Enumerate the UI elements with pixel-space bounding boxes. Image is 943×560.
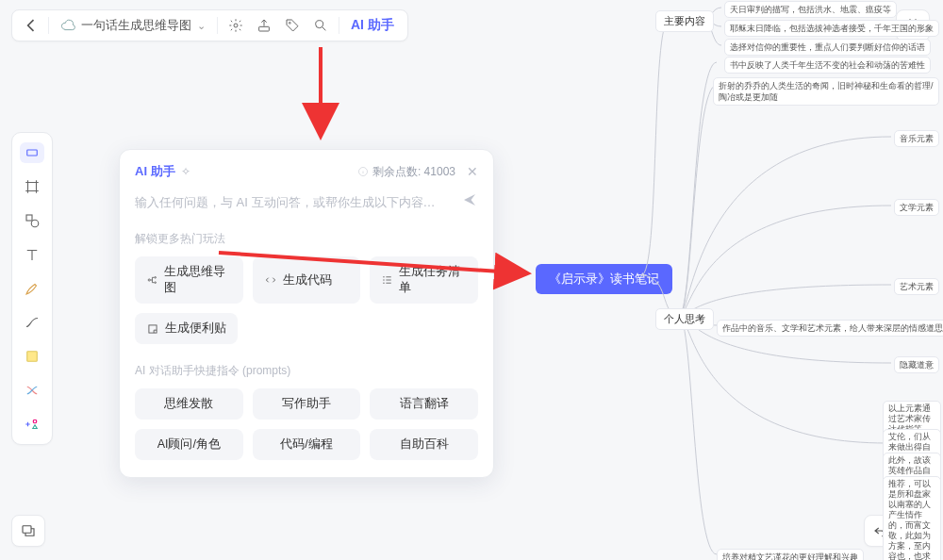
tag-icon	[285, 18, 300, 33]
chip-label: 生成代码	[283, 272, 332, 288]
curve-icon	[24, 314, 41, 331]
export-button[interactable]	[254, 13, 274, 38]
mindmap-node[interactable]: 耶稣末日降临，包括选拔神选者接受，千年王国的形象	[724, 20, 939, 37]
left-toolbar	[11, 132, 53, 445]
credits-counter: 剩余点数: 41003	[357, 164, 455, 180]
sticky-icon	[24, 348, 41, 365]
svg-rect-8	[27, 352, 38, 362]
mindmap-node[interactable]: 文学元素	[894, 199, 939, 216]
pencil-icon	[24, 280, 41, 297]
frame-tool[interactable]	[20, 176, 44, 197]
back-button[interactable]	[22, 13, 41, 38]
prompt-wiki[interactable]: 自助百科	[370, 429, 478, 460]
mindmap-node[interactable]: 推荐，可以是所和盘家以南塞的人产生情作的，而富文敬，此如为方案，至内容也，也求读…	[883, 476, 941, 560]
send-button[interactable]	[461, 191, 478, 212]
chip-label: AI顾问/角色	[157, 436, 221, 453]
top-toolbar: 一句话生成思维导图 ⌄ AI 助手	[11, 9, 408, 41]
cursor-rect-icon	[24, 144, 41, 161]
chevron-down-icon: ⌄	[197, 20, 206, 32]
mindmap-node[interactable]: 选择对信仰的重要性，重点人们要判断好信仰的话语	[724, 39, 931, 56]
code-icon	[264, 273, 277, 287]
doc-title: 一句话生成思维导图	[81, 17, 191, 34]
prompt-writer[interactable]: 写作助手	[253, 388, 361, 420]
doc-title-dropdown[interactable]: 一句话生成思维导图 ⌄	[57, 13, 209, 38]
ai-assistant-panel: AI 助手 ✧ 剩余点数: 41003 ✕ 解锁更多热门玩法 生成思维导图 生成…	[119, 149, 494, 478]
search-button[interactable]	[310, 13, 331, 38]
mindmap-node[interactable]: 艺术元素	[894, 278, 939, 295]
prompt-coder[interactable]: 代码/编程	[253, 429, 361, 460]
prompt-translate[interactable]: 语言翻译	[370, 388, 478, 420]
mindmap-node[interactable]: 个人思考	[655, 308, 714, 330]
connector-tool[interactable]	[20, 312, 44, 333]
svg-point-2	[289, 22, 290, 24]
svg-rect-5	[27, 150, 38, 156]
mindmap-node[interactable]: 天日审判的描写，包括洪水、地震、瘟疫等	[724, 1, 897, 18]
action-generate-mindmap[interactable]: 生成思维导图	[135, 256, 243, 304]
select-tool[interactable]	[20, 142, 44, 163]
mindmap-node[interactable]: 书中反映了人类千年生活不变的社会和动荡的苦难性	[724, 57, 931, 74]
text-icon	[24, 246, 41, 263]
ai-panel-title: AI 助手	[135, 163, 175, 180]
shape-tool[interactable]	[20, 210, 44, 231]
chip-label: 生成任务清单	[399, 264, 467, 296]
sticky-note-tool[interactable]	[20, 346, 44, 367]
text-tool[interactable]	[20, 244, 44, 265]
svg-point-12	[148, 279, 150, 281]
mindmap-node[interactable]: 隐藏道意	[894, 356, 939, 373]
prompt-inspire[interactable]: 思维发散	[135, 388, 243, 420]
layers-icon	[20, 522, 37, 539]
more-tool[interactable]	[20, 414, 44, 435]
ai-prompt-input[interactable]	[135, 195, 454, 209]
svg-point-14	[155, 282, 157, 284]
mix-icon	[24, 382, 41, 399]
svg-rect-10	[23, 526, 31, 534]
pen-tool[interactable]	[20, 278, 44, 299]
layers-button[interactable]	[11, 515, 45, 547]
chip-label: 语言翻译	[400, 396, 449, 412]
svg-point-9	[33, 420, 37, 423]
separator	[217, 17, 218, 34]
mindmap-node[interactable]: 音乐元素	[894, 130, 939, 147]
section-label: 解锁更多热门玩法	[135, 231, 478, 247]
mindmap-node[interactable]: 主要内容	[655, 10, 714, 32]
sparkle-icon: ✧	[181, 165, 190, 178]
svg-rect-6	[26, 215, 32, 221]
settings-button[interactable]	[225, 13, 246, 38]
section-label-2: AI 对话助手快捷指令 (prompts)	[135, 363, 478, 379]
svg-point-13	[155, 277, 157, 279]
send-icon	[461, 191, 478, 208]
close-button[interactable]: ✕	[467, 164, 478, 179]
tag-button[interactable]	[282, 13, 303, 38]
shapes-icon	[24, 212, 41, 229]
svg-point-0	[234, 24, 238, 27]
chip-label: 代码/编程	[280, 436, 332, 453]
plus-shapes-icon	[24, 416, 41, 433]
chip-label: 自助百科	[400, 436, 449, 453]
chip-label: 写作助手	[282, 396, 331, 412]
action-generate-tasklist[interactable]: 生成任务清单	[370, 256, 478, 304]
sticky-icon	[146, 322, 159, 336]
mindmap-node[interactable]: 培养对精文艺谨花的更好理解和兴趣	[717, 549, 864, 560]
action-generate-code[interactable]: 生成代码	[253, 256, 361, 304]
mindmap-node[interactable]: 作品中的音乐、文学和艺术元素，给人带来深层的情感道思	[717, 320, 943, 337]
action-generate-sticky[interactable]: 生成便利贴	[135, 313, 238, 344]
search-icon	[313, 18, 328, 33]
prompt-advisor[interactable]: AI顾问/角色	[135, 429, 243, 460]
svg-rect-1	[259, 26, 270, 31]
svg-point-7	[31, 220, 39, 227]
mindmap-root-node[interactable]: 《启示录》读书笔记	[536, 264, 672, 294]
mindmap-node[interactable]: 折射的乔乔的人类生活的奇闻，旧时神秘和生命看的哲理/陶冶或是更加随	[713, 77, 939, 106]
chip-label: 生成思维导图	[164, 264, 232, 296]
gear-icon	[228, 18, 243, 33]
mindmap-tool[interactable]	[20, 380, 44, 401]
info-icon	[357, 166, 369, 177]
frame-icon	[24, 178, 41, 195]
svg-point-3	[316, 21, 323, 28]
separator	[48, 17, 49, 34]
export-icon	[256, 18, 272, 33]
svg-rect-15	[149, 324, 157, 332]
cloud-icon	[60, 18, 75, 33]
chip-label: 生成便利贴	[165, 321, 226, 337]
ai-assistant-toggle[interactable]: AI 助手	[347, 13, 398, 38]
mindmap-icon	[146, 273, 158, 287]
